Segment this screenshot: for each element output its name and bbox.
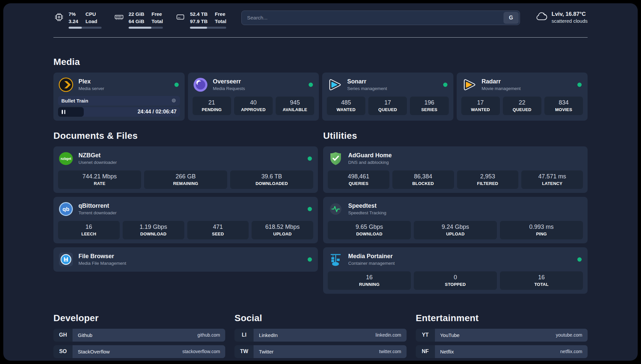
stat-box: 744.21 Mbps RATE [58,170,141,189]
app-title: Speedtest [348,202,386,209]
topbar-divider [53,37,588,38]
app-subtitle: Torrent downloader [78,210,117,215]
bookmark-item-twitter[interactable]: TW Twitter twitter.com [234,345,406,358]
stat-box: 16 TOTAL [500,271,583,290]
stat-value: 16 [501,274,582,281]
disk-free-value: 52.4 TB [190,11,207,18]
stat-label: PENDING [194,107,230,112]
stat-box: 39.6 TB DOWNLOADED [230,170,313,189]
search-input[interactable] [241,11,520,25]
status-indicator [443,82,447,87]
stat-value: 22 [504,99,540,106]
app-subtitle: Media File Management [78,261,126,266]
section-title-utilities: Utilities [323,131,588,141]
stat-box: 618.52 Mbps UPLOAD [252,221,313,239]
dashboard: 7% 3.24 CPU Load [3,3,638,361]
app-subtitle: Media Requests [213,86,245,91]
stat-box: 0 STOPPED [414,271,497,290]
overseerr-icon [193,77,208,93]
stat-label: LEECH [59,231,118,236]
app-title: Overseerr [213,78,245,85]
app-card-portainer[interactable]: Media Portainer Container management 16 … [323,247,588,294]
cpu-load-value: 3.24 [69,18,78,25]
stat-value: 9.65 Gbps [329,224,410,230]
status-indicator [308,156,312,161]
app-card-adguard[interactable]: AdGuard Home DNS and adblocking 498,461 … [323,146,588,193]
cloud-icon [535,11,548,23]
bookmark-url: stackoverflow.com [182,349,220,354]
section-media: Media Plex Media server [53,57,588,121]
stat-label: UPLOAD [415,231,496,236]
app-card-nzbget[interactable]: nzbget NZBGet Usenet downloader 744.21 M… [53,146,318,193]
cpu-progress-bar [69,27,102,29]
stat-value: 21 [194,99,230,106]
app-card-filebrowser[interactable]: File Browser Media File Management [53,247,318,272]
bookmark-url: linkedin.com [376,332,401,338]
bookmark-abbr: LI [234,329,254,342]
bookmark-abbr: SO [53,345,73,358]
memory-free-value: 22 GiB [129,11,144,18]
app-title: Plex [78,78,104,85]
stat-box: 17 WANTED [461,97,500,115]
settings-gear-icon[interactable] [171,98,177,104]
stat-label: APPROVED [235,107,271,112]
stat-box: 485 WANTED [327,97,365,115]
app-card-sonarr[interactable]: Sonarr Series management 485 WANTED 17 Q… [322,73,453,121]
disk-metric: 52.4 TB 97.9 TB Free Total [175,11,226,29]
bookmark-abbr: YT [416,329,435,342]
stat-value: 485 [328,99,364,106]
stat-box: 196 SERIES [410,97,448,115]
disk-free-label: Free [215,11,227,18]
bookmark-item-stackoverflow[interactable]: SO StackOverflow stackoverflow.com [53,345,225,358]
status-indicator [174,82,179,87]
bookmark-abbr: NF [416,345,435,358]
app-card-overseerr[interactable]: Overseerr Media Requests 21 PENDING 40 A… [188,73,319,121]
bookmark-url: netflix.com [560,349,582,354]
section-title-developer: Developer [53,313,225,323]
app-card-speedtest[interactable]: Speedtest Speedtest Tracking 9.65 Gbps D… [323,197,588,243]
qbittorrent-logo-text: qb [63,206,70,212]
bookmark-name: Github [78,332,92,338]
speedtest-icon [328,201,344,217]
stat-value: 0.993 ms [501,224,582,230]
stat-label: FILTERED [458,181,517,186]
pause-button[interactable] [58,107,84,117]
stat-box: 266 GB REMAINING [144,170,227,189]
app-subtitle: Speedtest Tracking [348,210,386,215]
stat-label: WANTED [328,107,364,112]
bookmark-item-youtube[interactable]: YT YouTube youtube.com [416,329,588,342]
stat-box: 945 AVAILABLE [276,97,314,115]
stat-value: 17 [463,99,499,106]
search-engine-button[interactable]: G [504,12,519,24]
nzbget-icon: nzbget [58,151,74,167]
portainer-icon [328,252,344,267]
app-card-plex[interactable]: Plex Media server Bullet Train [53,73,185,121]
stat-label: UPLOAD [253,231,312,236]
stat-label: TOTAL [501,282,582,287]
app-card-qbittorrent[interactable]: qb qBittorrent Torrent downloader 16 [53,197,318,243]
bookmark-item-linkedin[interactable]: LI LinkedIn linkedin.com [234,329,406,342]
app-card-radarr[interactable]: Radarr Movie management 17 WANTED 22 QUE… [457,73,588,121]
stat-label: LATENCY [523,181,582,186]
stat-box: 2,953 FILTERED [457,170,519,189]
stat-value: 618.52 Mbps [253,224,312,230]
cpu-usage-label: CPU [85,11,97,18]
cpu-usage-value: 7% [69,11,78,18]
stat-value: 834 [546,99,582,106]
stat-value: 40 [235,99,271,106]
bookmark-name: YouTube [440,332,460,338]
bookmark-url: github.com [198,332,220,338]
playback-time: 24:44 / 02:06:47 [137,109,176,115]
bookmark-name: StackOverflow [78,349,110,354]
disk-total-label: Total [215,18,227,25]
bookmark-group-developer: Developer GH Github github.com SO StackO… [53,313,225,361]
bookmark-item-netflix[interactable]: NF Netflix netflix.com [416,345,588,358]
search-bar: G [241,11,520,25]
bookmark-item-github[interactable]: GH Github github.com [53,329,225,342]
filebrowser-icon [58,252,74,267]
cpu-load-label: Load [85,18,97,25]
stat-value: 86,384 [394,173,453,180]
app-title: File Browser [78,253,126,260]
app-subtitle: Movie management [482,86,521,91]
app-subtitle: Container management [348,261,395,266]
